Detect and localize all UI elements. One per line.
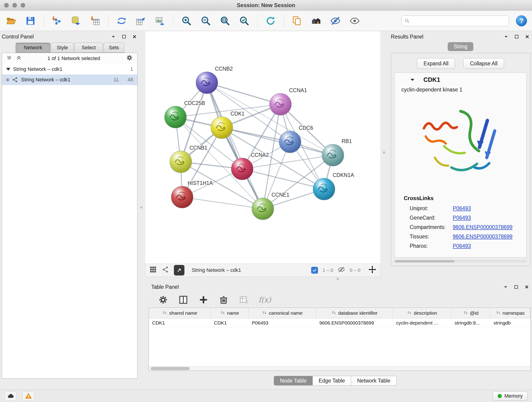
network-graph[interactable]: CCNB2CCNA1CDC25BCDK1CDC6RB1CCNB1CCNA2CDK…	[145, 31, 380, 264]
create-column-button[interactable]	[198, 294, 209, 305]
tab-select[interactable]: Select	[74, 43, 103, 53]
import-network-database-button[interactable]	[70, 14, 82, 27]
network-merge-button[interactable]	[115, 14, 128, 27]
delete-columns-button[interactable]	[218, 294, 229, 305]
hidden-edges-eye-slash-icon[interactable]	[338, 266, 345, 274]
export-image-icon	[155, 16, 165, 26]
selected-nodes-checkbox[interactable]	[311, 267, 318, 274]
bottom-splitter-handle[interactable]	[336, 278, 339, 280]
tab-string[interactable]: String	[448, 42, 473, 51]
tab-node-table[interactable]: Node Table	[274, 376, 313, 385]
network-node-rb1[interactable]: RB1	[322, 138, 352, 166]
column-header-canonical-name[interactable]: canonical name	[249, 308, 316, 318]
import-table-file-button[interactable]	[89, 14, 101, 27]
table-horizontal-scrollbar[interactable]	[149, 366, 530, 370]
control-panel-tabs: NetworkStyleSelectSets	[2, 43, 138, 53]
network-canvas[interactable]: CCNB2CCNA1CDC25BCDK1CDC6RB1CCNB1CCNA2CDK…	[145, 31, 380, 264]
pan-move-icon[interactable]	[368, 265, 376, 275]
refresh-view-button[interactable]	[264, 14, 277, 27]
eye-slash-icon	[330, 16, 341, 26]
save-session-button[interactable]	[24, 14, 37, 27]
network-share-icon[interactable]	[162, 266, 169, 275]
left-splitter-handle[interactable]	[140, 206, 143, 209]
network-node-ccnb1[interactable]: CCNB1	[170, 145, 207, 173]
expand-all-networks-icon[interactable]	[6, 55, 12, 62]
column-header-name[interactable]: name	[211, 308, 249, 318]
open-in-new-window-button[interactable]	[174, 265, 184, 275]
import-network-file-button[interactable]	[51, 14, 63, 27]
copy-document-button[interactable]	[291, 14, 303, 27]
open-session-button[interactable]	[5, 14, 17, 27]
network-node-hist1h1a[interactable]: HIST1H1A	[171, 180, 213, 208]
network-node-cdkn1a[interactable]: CDKN1A	[313, 172, 354, 200]
help-button[interactable]: ?	[516, 15, 527, 26]
network-node-ccnb2[interactable]: CCNB2	[196, 66, 233, 94]
panel-float-icon[interactable]	[513, 284, 519, 290]
tree-expand-triangle-icon[interactable]	[6, 68, 10, 70]
scrollbar-thumb[interactable]	[395, 260, 454, 262]
column-header-description[interactable]: description	[393, 308, 451, 318]
toolbar-separator	[257, 14, 258, 27]
results-horizontal-scrollbar[interactable]	[394, 260, 527, 263]
table-settings-button[interactable]	[158, 294, 169, 305]
window-title: Session: New Session	[0, 0, 532, 11]
tab-style[interactable]: Style	[51, 43, 74, 53]
application-window: Session: New Session	[0, 0, 532, 402]
collapse-entry-triangle-icon[interactable]	[410, 77, 415, 83]
node-label: CDC25B	[184, 100, 205, 106]
zoom-selected-button[interactable]	[238, 14, 250, 27]
table-cell: CDK1	[149, 318, 211, 328]
string-results-box: Expand All Collapse All CDK1 cyclin-depe…	[391, 53, 530, 266]
crosslink-tissues-link[interactable]: 9606.ENSP00000378699	[453, 234, 513, 240]
panel-float-icon[interactable]	[121, 34, 127, 40]
column-header-database-identifier[interactable]: database identifier	[316, 308, 393, 318]
function-builder-button[interactable]: f(x)	[259, 295, 271, 304]
panel-menu-chevron-icon[interactable]	[110, 34, 116, 40]
panel-close-icon[interactable]	[132, 34, 138, 40]
zoom-fit-button[interactable]	[219, 14, 231, 27]
panel-menu-chevron-icon[interactable]	[503, 284, 509, 290]
crosslink-genecard-link[interactable]: P06493	[453, 215, 471, 221]
column-header-namespac[interactable]: namespac	[490, 308, 530, 318]
network-options-gear-icon[interactable]	[126, 54, 133, 63]
hide-graphics-details-button[interactable]	[329, 14, 342, 27]
panel-float-icon[interactable]	[514, 34, 520, 40]
panel-menu-chevron-icon[interactable]	[503, 34, 509, 40]
zoom-in-button[interactable]	[180, 14, 193, 27]
right-splitter-handle[interactable]	[383, 151, 385, 153]
network-node-cdk1[interactable]: CDK1	[211, 111, 244, 139]
home-view-button[interactable]	[310, 14, 322, 27]
birds-eye-view-icon[interactable]	[149, 266, 157, 275]
warnings-button[interactable]	[22, 391, 34, 401]
crosslink-compartments-link[interactable]: 9606.ENSP00000378699	[453, 224, 513, 230]
new-network-from-selection-button[interactable]	[135, 14, 147, 27]
expand-all-button[interactable]: Expand All	[417, 58, 455, 69]
panel-close-icon[interactable]	[524, 34, 530, 40]
memory-button[interactable]: Memory	[493, 391, 527, 401]
network-collection-row[interactable]: String Network – cdk1 1	[2, 64, 137, 75]
column-header-shared-name[interactable]: shared name	[149, 308, 211, 318]
scrollbar-thumb[interactable]	[151, 367, 190, 370]
panel-close-icon[interactable]	[524, 284, 530, 290]
network-row[interactable]: String Network – cdk1 11 48	[2, 75, 137, 85]
show-graphics-details-button[interactable]	[348, 14, 361, 27]
zoom-out-button[interactable]	[200, 14, 212, 27]
collapse-all-button[interactable]: Collapse All	[463, 58, 504, 69]
show-columns-button[interactable]	[178, 294, 189, 305]
node-description: cyclin-dependent kinase 1	[394, 86, 526, 94]
cloud-status-button[interactable]	[5, 391, 17, 401]
tab-edge-table[interactable]: Edge Table	[313, 376, 351, 385]
column-header-@id[interactable]: @id	[451, 308, 490, 318]
tab-sets[interactable]: Sets	[104, 43, 124, 53]
eye-icon	[349, 16, 360, 26]
crosslink-uniprot-link[interactable]: P06493	[453, 205, 471, 211]
crosslink-pharos-link[interactable]: P06493	[453, 243, 471, 249]
export-image-button[interactable]	[154, 14, 166, 27]
sort-column-icon	[407, 311, 412, 316]
tab-network[interactable]: Network	[16, 43, 51, 53]
table-row[interactable]: CDK1CDK1P064939606.ENSP00000378699cyclin…	[149, 318, 530, 328]
tab-network-table[interactable]: Network Table	[351, 376, 397, 385]
collapse-all-networks-icon[interactable]	[16, 55, 22, 62]
network-node-ccna1[interactable]: CCNA1	[269, 87, 307, 115]
search-input[interactable]	[412, 18, 506, 24]
